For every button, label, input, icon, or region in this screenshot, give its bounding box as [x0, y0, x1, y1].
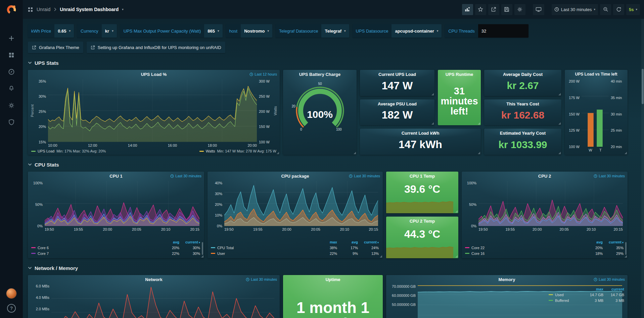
refresh-interval-picker[interactable]: 5s ▾: [626, 4, 640, 15]
breadcrumb-dashboard-title[interactable]: Unraid System Dashboard: [60, 7, 119, 12]
save-dashboard-button[interactable]: [501, 4, 512, 15]
panel-resize-handle[interactable]: [625, 255, 627, 258]
legend-col-header[interactable]: avg: [158, 240, 179, 244]
variable-value-dropdown[interactable]: Telegraf▾: [321, 24, 349, 38]
axis-tick: 20:00: [103, 227, 112, 231]
section-network-memory[interactable]: Network / Memory: [28, 264, 624, 272]
panel-resize-handle[interactable]: [455, 255, 458, 258]
dashboards-icon[interactable]: [7, 51, 15, 59]
legend-col-header[interactable]: max: [583, 287, 603, 291]
panel-resize-handle[interactable]: [354, 152, 356, 154]
panel-title[interactable]: Memory: [386, 275, 628, 284]
create-plus-icon[interactable]: [7, 34, 15, 42]
legend-col-header[interactable]: max: [316, 240, 337, 244]
apps-grid-icon[interactable]: [28, 7, 33, 12]
legend-scrollbar[interactable]: [202, 242, 203, 255]
legend-row[interactable]: Core 7 22% 30%: [31, 251, 200, 256]
panel-title[interactable]: UPS Load vs Time left: [565, 70, 628, 79]
y-axis-ticks-left: 200 W175 W150 W125 W100 W: [566, 79, 582, 147]
legend-entry[interactable]: Watts Min: 147 W Max: 278 W Avg: 175 W: [199, 149, 276, 153]
panel-resize-handle[interactable]: [558, 122, 561, 125]
panel-title[interactable]: Average Daily Cost: [484, 72, 561, 77]
legend-row[interactable]: Core 6 20% 30%: [31, 245, 200, 251]
cpu1-chart: 100%50%0% 19:5019:5520:0020:0520:1020:15: [30, 181, 202, 231]
grafana-logo[interactable]: [0, 0, 23, 19]
panel-resize-handle[interactable]: [478, 152, 480, 154]
panel-resize-handle[interactable]: [380, 255, 382, 258]
axis-tick: 300 W: [259, 79, 273, 83]
breadcrumb-folder[interactable]: Unraid: [37, 7, 50, 12]
legend-col-header[interactable]: avg: [582, 240, 603, 244]
y-axis-ticks-left: 35%30%25%20%15%: [35, 79, 48, 142]
panel-title[interactable]: Estimated Yearly Cost: [484, 131, 561, 136]
variable-value-dropdown[interactable]: apcupsd-container▾: [392, 24, 442, 38]
refresh-button[interactable]: [613, 4, 624, 15]
panel-ups-battery-charge: UPS Battery Charge 02050100 100%: [283, 70, 357, 155]
panel-title[interactable]: UPS Load %: [28, 70, 280, 79]
help-icon[interactable]: ?: [7, 304, 16, 313]
legend-col-header[interactable]: current: [603, 240, 624, 244]
panel-title[interactable]: Network: [28, 275, 280, 284]
server-admin-shield-icon[interactable]: [7, 118, 15, 126]
legend-row[interactable]: Core 22 20% 35%: [465, 245, 624, 251]
panel-title[interactable]: Uptime: [283, 277, 383, 282]
variable-value-dropdown[interactable]: 865▾: [204, 24, 222, 38]
panel-title[interactable]: Current Load kWh: [360, 131, 481, 136]
panel-resize-handle[interactable]: [201, 255, 203, 258]
panel-resize-handle[interactable]: [558, 93, 561, 95]
time-range-picker[interactable]: Last 30 minutes ▾: [552, 4, 598, 15]
legend-row[interactable]: Core 16 18% 29%: [465, 251, 624, 256]
configuration-gear-icon[interactable]: [7, 101, 15, 109]
legend-row[interactable]: Buffered 3 MB 3 MB: [549, 298, 624, 303]
dashboard-settings-gear-button[interactable]: [514, 4, 525, 15]
legend-scrollbar[interactable]: [625, 242, 627, 255]
legend-row[interactable]: User 22% 9% 13%: [211, 251, 379, 256]
cycle-view-monitor-button[interactable]: [533, 4, 544, 15]
panel-resize-handle[interactable]: [478, 122, 480, 125]
star-dashboard-button[interactable]: [475, 4, 486, 15]
panel-title[interactable]: Average PSU Load: [360, 101, 434, 106]
add-panel-button[interactable]: [462, 4, 473, 15]
panel-resize-handle[interactable]: [277, 152, 279, 154]
link-ups-monitoring-guide[interactable]: Setting up Grafana and InfluxDB for UPS …: [87, 42, 225, 53]
legend-row[interactable]: Used 14.7 GB 14.7 GB: [549, 292, 624, 298]
axis-tick: 20:05: [559, 227, 569, 231]
legend-col-header[interactable]: current: [603, 287, 624, 291]
share-dashboard-button[interactable]: [488, 4, 499, 15]
panel-title[interactable]: UPS Battery Charge: [283, 70, 357, 79]
panel-title[interactable]: UPS Runtime: [438, 72, 481, 77]
legend-entry[interactable]: UPS Load Min: 17% Max: 32% Avg: 20%: [31, 149, 106, 153]
legend-col-header[interactable]: current: [179, 240, 200, 244]
zoom-out-button[interactable]: [600, 4, 611, 15]
alerting-bell-icon[interactable]: [7, 85, 15, 93]
panel-resize-handle[interactable]: [558, 152, 561, 154]
panel-resize-handle[interactable]: [431, 93, 434, 95]
axis-tick: 150 W: [259, 125, 273, 129]
dashboard-caret-down-icon[interactable]: ▾: [122, 8, 124, 11]
clock-icon: [249, 73, 253, 76]
variable-telegraf-datasource: Telegraf Datasource Telegraf▾: [276, 24, 349, 38]
legend-row[interactable]: CPU Total 38% 17% 24%: [211, 245, 379, 251]
variable-value-dropdown[interactable]: kr▾: [102, 24, 117, 38]
y-axis-ticks: 100%50%0%: [30, 181, 45, 226]
variable-value-dropdown[interactable]: Nostromo▾: [241, 24, 272, 38]
variable-value-dropdown[interactable]: 0.65▾: [54, 24, 74, 38]
section-ups-stats[interactable]: UPS Stats: [28, 59, 624, 66]
panel-title[interactable]: CPU 1 Temp: [386, 174, 458, 179]
panel-title[interactable]: Current UPS Load: [360, 72, 434, 77]
legend-col-header[interactable]: current: [358, 240, 379, 244]
panel-resize-handle[interactable]: [455, 210, 458, 213]
link-grafana-plex-theme[interactable]: Grafana Plex Theme: [28, 42, 83, 53]
page-scrollbar-track[interactable]: [641, 19, 644, 318]
cpu-threads-input[interactable]: [478, 24, 528, 38]
user-avatar[interactable]: [6, 288, 16, 299]
panel-resize-handle[interactable]: [625, 152, 627, 154]
section-cpu-stats[interactable]: CPU Stats: [28, 161, 624, 168]
axis-tick: 50.000000 GB: [388, 300, 418, 309]
panel-title[interactable]: CPU 2 Temp: [386, 219, 458, 224]
panel-resize-handle[interactable]: [431, 122, 434, 125]
panel-title[interactable]: This Years Cost: [484, 101, 561, 106]
explore-compass-icon[interactable]: [7, 68, 15, 76]
legend-col-header[interactable]: avg: [337, 240, 358, 244]
page-scrollbar-thumb[interactable]: [642, 69, 644, 104]
